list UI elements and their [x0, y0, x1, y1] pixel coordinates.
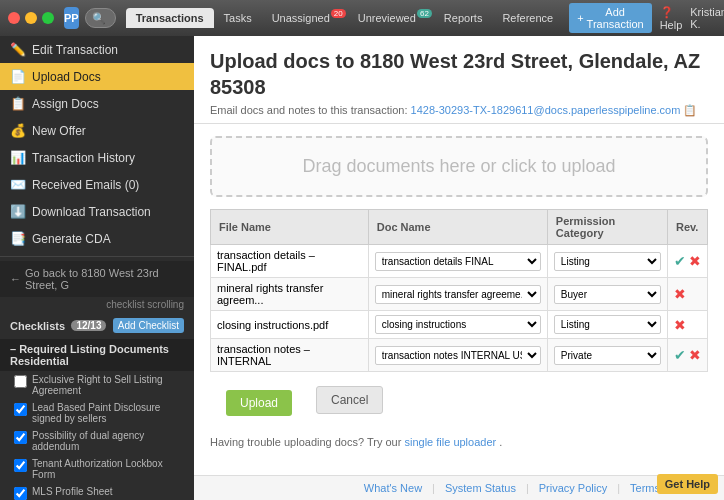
tab-reports[interactable]: Reports — [434, 8, 493, 28]
add-checklist-button[interactable]: Add Checklist — [113, 318, 184, 333]
cell-doc-name-3[interactable]: transaction notes INTERNAL USE... — [368, 339, 547, 372]
cell-rev-1: ✖ — [668, 278, 708, 311]
help-link[interactable]: ❓ Help — [660, 6, 683, 31]
app-icon: PP — [64, 7, 79, 29]
cell-permission-2[interactable]: ListingBuyerPrivate — [547, 311, 667, 339]
col-doc-name: Doc Name — [368, 210, 547, 245]
footer-whats-new[interactable]: What's New — [364, 482, 422, 494]
sidebar-item-edit-transaction[interactable]: ✏️ Edit Transaction — [0, 36, 194, 63]
checklist-title: Checklists — [10, 320, 65, 332]
checklist-scroll-note: checklist scrolling — [0, 297, 194, 312]
email-copy-icon[interactable]: 📋 — [683, 104, 697, 116]
top-bar: PP 🔍 Transactions Tasks Unassigned 20 Un… — [0, 0, 724, 36]
checklist-item-mls: MLS Profile Sheet — [0, 483, 194, 500]
go-back-button[interactable]: ← Go back to 8180 West 23rd Street, G — [0, 261, 194, 297]
approve-icon-3[interactable]: ✔ — [674, 347, 686, 363]
cell-permission-3[interactable]: ListingBuyerPrivate — [547, 339, 667, 372]
sidebar-item-transaction-history[interactable]: 📊 Transaction History — [0, 144, 194, 171]
upload-button[interactable]: Upload — [226, 390, 292, 416]
checklist-item-lead-based: Lead Based Paint Disclosure signed by se… — [0, 399, 194, 427]
permission-select-2[interactable]: ListingBuyerPrivate — [554, 315, 661, 334]
checklist-item-exclusive: Exclusive Right to Sell Listing Agreemen… — [0, 371, 194, 399]
cell-file-name-2: closing instructions.pdf — [211, 311, 369, 339]
tab-transactions[interactable]: Transactions — [126, 8, 214, 28]
table-row: closing instructions.pdf closing instruc… — [211, 311, 708, 339]
doc-name-select-1[interactable]: mineral rights transfer agreeme... — [375, 285, 541, 304]
cell-doc-name-1[interactable]: mineral rights transfer agreeme... — [368, 278, 547, 311]
sidebar-item-assign-docs[interactable]: 📋 Assign Docs — [0, 90, 194, 117]
layout: ✏️ Edit Transaction 📄 Upload Docs 📋 Assi… — [0, 36, 724, 500]
sidebar-divider — [0, 256, 194, 257]
sidebar-item-download-transaction[interactable]: ⬇️ Download Transaction — [0, 198, 194, 225]
cell-rev-0: ✔ ✖ — [668, 245, 708, 278]
col-permission: Permission Category — [547, 210, 667, 245]
cell-file-name-3: transaction notes – INTERNAL — [211, 339, 369, 372]
permission-select-0[interactable]: ListingBuyerPrivate — [554, 252, 661, 271]
cell-permission-1[interactable]: ListingBuyerPrivate — [547, 278, 667, 311]
col-file-name: File Name — [211, 210, 369, 245]
cancel-button[interactable]: Cancel — [316, 386, 383, 414]
cell-doc-name-2[interactable]: closing instructions — [368, 311, 547, 339]
checklist-item-dual-agency: Possibility of dual agency addendum — [0, 427, 194, 455]
table-row: transaction notes – INTERNAL transaction… — [211, 339, 708, 372]
reject-icon-1[interactable]: ✖ — [674, 286, 686, 302]
upload-drop-zone[interactable]: Drag documents here or click to upload — [210, 136, 708, 197]
sidebar-item-upload-docs[interactable]: 📄 Upload Docs — [0, 63, 194, 90]
cell-file-name-0: transaction details – FINAL.pdf — [211, 245, 369, 278]
nav-tabs: Transactions Tasks Unassigned 20 Unrevie… — [126, 8, 563, 28]
reject-icon-3[interactable]: ✖ — [689, 347, 701, 363]
user-menu[interactable]: Kristian K. — [690, 6, 724, 30]
assign-docs-icon: 📋 — [10, 96, 26, 111]
checklist-checkbox-mls[interactable] — [14, 487, 27, 500]
table-row: transaction details – FINAL.pdf transact… — [211, 245, 708, 278]
upload-cancel-row: Upload Cancel — [194, 372, 724, 428]
permission-select-3[interactable]: ListingBuyerPrivate — [554, 346, 661, 365]
email-note: Email docs and notes to this transaction… — [210, 104, 708, 117]
tab-unassigned[interactable]: Unassigned 20 — [262, 8, 348, 28]
tab-unreviewed[interactable]: Unreviewed 62 — [348, 8, 434, 28]
footer-privacy-policy[interactable]: Privacy Policy — [539, 482, 607, 494]
new-offer-icon: 💰 — [10, 123, 26, 138]
question-icon: ❓ — [660, 6, 674, 18]
checklist-checkbox-lead[interactable] — [14, 403, 27, 416]
maximize-button[interactable] — [42, 12, 54, 24]
reject-icon-2[interactable]: ✖ — [674, 317, 686, 333]
documents-table: File Name Doc Name Permission Category R… — [210, 209, 708, 372]
search-icon: 🔍 — [92, 12, 106, 25]
download-icon: ⬇️ — [10, 204, 26, 219]
search-bar[interactable]: 🔍 — [85, 8, 116, 28]
doc-name-select-0[interactable]: transaction details FINAL — [375, 252, 541, 271]
checklist-section-listing: – Required Listing Documents Residential — [0, 339, 194, 371]
close-button[interactable] — [8, 12, 20, 24]
doc-name-select-2[interactable]: closing instructions — [375, 315, 541, 334]
minimize-button[interactable] — [25, 12, 37, 24]
checklist-checkbox-exclusive[interactable] — [14, 375, 27, 388]
unreviewed-badge: 62 — [417, 9, 432, 18]
checklist-checkbox-lockbox[interactable] — [14, 459, 27, 472]
approve-icon-0[interactable]: ✔ — [674, 253, 686, 269]
sidebar-item-received-emails[interactable]: ✉️ Received Emails (0) — [0, 171, 194, 198]
tab-tasks[interactable]: Tasks — [214, 8, 262, 28]
cell-doc-name-0[interactable]: transaction details FINAL — [368, 245, 547, 278]
page-title: Upload docs to 8180 West 23rd Street, Gl… — [210, 48, 708, 100]
single-file-uploader-link[interactable]: single file uploader — [404, 436, 496, 448]
cell-rev-2: ✖ — [668, 311, 708, 339]
reject-icon-0[interactable]: ✖ — [689, 253, 701, 269]
doc-name-select-3[interactable]: transaction notes INTERNAL USE... — [375, 346, 541, 365]
tab-reference[interactable]: Reference — [492, 8, 563, 28]
footer: What's New | System Status | Privacy Pol… — [194, 475, 724, 500]
sidebar-item-new-offer[interactable]: 💰 New Offer — [0, 117, 194, 144]
checklist-checkbox-dual[interactable] — [14, 431, 27, 444]
generate-cda-icon: 📑 — [10, 231, 26, 246]
email-icon: ✉️ — [10, 177, 26, 192]
email-link[interactable]: 1428-30293-TX-1829611@docs.paperlesspipe… — [411, 104, 681, 116]
get-help-button[interactable]: Get Help — [657, 474, 718, 494]
footer-system-status[interactable]: System Status — [445, 482, 516, 494]
permission-select-1[interactable]: ListingBuyerPrivate — [554, 285, 661, 304]
action-icons-3: ✔ ✖ — [674, 347, 701, 363]
cell-permission-0[interactable]: ListingBuyerPrivate — [547, 245, 667, 278]
checklist-header: Checklists 12/13 Add Checklist — [0, 312, 194, 339]
sidebar-item-generate-cda[interactable]: 📑 Generate CDA — [0, 225, 194, 252]
add-transaction-button[interactable]: + Add Transaction — [569, 3, 652, 33]
trouble-note: Having trouble uploading docs? Try our s… — [194, 428, 724, 456]
